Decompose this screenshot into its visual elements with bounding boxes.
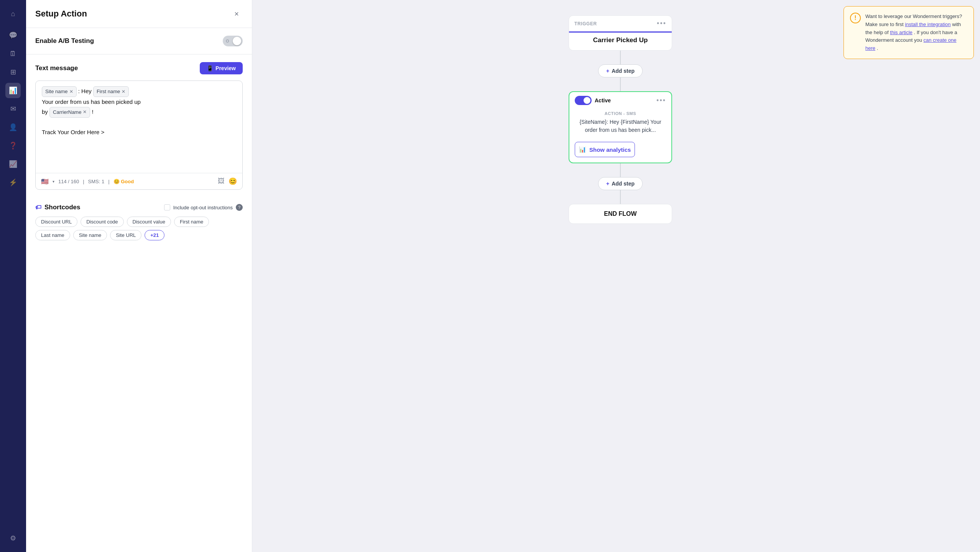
footer-icons: 🖼 😊 — [218, 177, 237, 186]
close-button[interactable]: × — [230, 8, 243, 20]
sidebar-icon-chat[interactable]: 💬 — [5, 28, 21, 43]
modal-header: Setup Action × — [26, 0, 252, 28]
warning-icon: ! — [850, 13, 861, 23]
flow-canvas: TRIGGER ••• Carrier Picked Up + Add step… — [261, 0, 980, 552]
preview-button[interactable]: 📱 Preview — [200, 62, 243, 74]
shortcodes-section: 🏷 Shortcodes Include opt-out instruction… — [26, 197, 252, 248]
sentiment-badge: 😊 Good — [113, 179, 134, 184]
site-name-tag[interactable]: Site name ✕ — [42, 86, 77, 97]
connector-1 — [620, 51, 621, 64]
message-content[interactable]: Site name ✕ : Hey First name ✕ Your orde… — [36, 81, 242, 173]
show-analytics-button[interactable]: 📊 Show analytics — [575, 142, 635, 157]
warning-banner: ! Want to leverage our Wonderment trigge… — [844, 6, 974, 59]
active-label: Active — [595, 97, 611, 104]
separator2: | — [108, 179, 109, 184]
toggle-knob — [233, 37, 241, 45]
sidebar-icon-bolt[interactable]: ⚡ — [5, 175, 21, 190]
sms-count: SMS: 1 — [88, 179, 105, 184]
emoji-icon[interactable]: 😊 — [229, 177, 237, 186]
analytics-btn-icon: 📊 — [579, 146, 586, 153]
opt-out-checkbox[interactable] — [164, 204, 170, 210]
message-line2: Your order from us has been picked up — [42, 99, 141, 105]
shortcode-discount-value[interactable]: Discount value — [127, 217, 171, 227]
sidebar-icon-home[interactable]: ⌂ — [5, 6, 21, 21]
sidebar-icon-calendar[interactable]: 🗓 — [5, 46, 21, 61]
message-line3-pre: by — [42, 108, 49, 115]
add-step-label-1: Add step — [612, 68, 635, 74]
separator1: | — [83, 179, 84, 184]
shortcode-site-url[interactable]: Site URL — [110, 230, 141, 240]
shortcode-last-name[interactable]: Last name — [35, 230, 70, 240]
warning-text-end: . — [877, 45, 878, 51]
end-flow-label: END FLOW — [604, 210, 636, 217]
shortcode-discount-url[interactable]: Discount URL — [35, 217, 77, 227]
site-name-remove[interactable]: ✕ — [69, 88, 73, 95]
first-name-remove[interactable]: ✕ — [122, 88, 125, 95]
trigger-node: TRIGGER ••• Carrier Picked Up — [569, 15, 672, 51]
setup-action-modal: Setup Action × Enable A/B Testing O Text… — [26, 0, 252, 552]
message-line3-post: ! — [92, 108, 94, 115]
connector-4 — [620, 190, 621, 204]
trigger-dots-menu[interactable]: ••• — [657, 20, 666, 28]
action-preview-text: {SiteName}: Hey {FirstName} Your order f… — [569, 118, 671, 139]
sidebar-icon-help[interactable]: ❓ — [5, 138, 21, 153]
action-node: Active ••• ACTION - SMS {SiteName}: Hey … — [569, 91, 672, 163]
ab-testing-toggle[interactable]: O — [223, 36, 243, 46]
add-step-label-2: Add step — [612, 181, 635, 187]
connector-2 — [620, 77, 621, 91]
sidebar-icon-settings[interactable]: ⚙ — [5, 531, 21, 546]
action-dots-menu[interactable]: ••• — [656, 97, 666, 105]
track-order-text: Track Your Order Here > — [42, 129, 104, 135]
active-toggle-knob — [584, 97, 590, 104]
sidebar-icon-analytics[interactable]: 📊 — [5, 83, 21, 98]
text-message-title: Text message — [35, 64, 78, 72]
preview-label: Preview — [215, 65, 236, 71]
shortcodes-icon: 🏷 — [35, 204, 41, 211]
connector-3 — [620, 163, 621, 177]
shortcode-first-name[interactable]: First name — [174, 217, 209, 227]
shortcodes-header: 🏷 Shortcodes Include opt-out instruction… — [35, 204, 243, 211]
modal-title: Setup Action — [35, 9, 87, 19]
this-article-link[interactable]: this article — [890, 30, 913, 35]
image-icon[interactable]: 🖼 — [218, 177, 225, 186]
sidebar-icon-grid[interactable]: ⊞ — [5, 64, 21, 80]
help-circle-icon[interactable]: ? — [236, 204, 243, 211]
shortcodes-label: Shortcodes — [44, 204, 81, 211]
end-flow-node: END FLOW — [569, 204, 672, 224]
carrier-name-remove[interactable]: ✕ — [83, 108, 87, 116]
main-canvas: ! Want to leverage our Wonderment trigge… — [261, 0, 980, 552]
carrier-name-tag[interactable]: CarrierName ✕ — [49, 107, 90, 118]
shortcode-tags-container: Discount URL Discount code Discount valu… — [35, 217, 243, 240]
trigger-label: TRIGGER — [574, 21, 597, 26]
sidebar-icon-chart[interactable]: 📈 — [5, 156, 21, 172]
ab-testing-row: Enable A/B Testing O — [26, 28, 252, 54]
first-name-tag[interactable]: First name ✕ — [93, 86, 129, 97]
trigger-node-header: TRIGGER ••• — [569, 16, 672, 31]
shortcode-site-name[interactable]: Site name — [73, 230, 107, 240]
text-message-section: Text message 📱 Preview Site name ✕ : Hey… — [26, 54, 252, 197]
section-header: Text message 📱 Preview — [35, 62, 243, 74]
preview-icon: 📱 — [207, 65, 213, 71]
active-toggle-row: Active — [575, 96, 611, 105]
trigger-title: Carrier Picked Up — [569, 33, 672, 50]
shortcodes-title: 🏷 Shortcodes — [35, 204, 81, 211]
message-footer: 🇺🇸 ▾ 114 / 160 | SMS: 1 | 😊 Good 🖼 😊 — [36, 173, 242, 189]
plus-icon-2: + — [606, 181, 609, 187]
opt-out-label: Include opt-out instructions — [173, 205, 233, 210]
action-type-label: ACTION - SMS — [569, 109, 671, 118]
message-editor: Site name ✕ : Hey First name ✕ Your orde… — [35, 80, 243, 190]
flag-icon: 🇺🇸 — [41, 178, 49, 185]
more-shortcodes-button[interactable]: +21 — [145, 230, 164, 240]
action-header: Active ••• — [569, 92, 671, 109]
sidebar-icon-message[interactable]: ✉ — [5, 101, 21, 117]
add-step-button-1[interactable]: + Add step — [598, 64, 643, 77]
toggle-off-label: O — [226, 39, 229, 43]
install-integration-link[interactable]: install the integration — [905, 21, 950, 27]
dropdown-arrow[interactable]: ▾ — [53, 179, 54, 184]
active-toggle[interactable] — [575, 96, 592, 105]
plus-icon-1: + — [606, 68, 609, 74]
sidebar-icon-person[interactable]: 👤 — [5, 120, 21, 135]
shortcode-discount-code[interactable]: Discount code — [81, 217, 123, 227]
ab-testing-label: Enable A/B Testing — [35, 37, 94, 45]
add-step-button-2[interactable]: + Add step — [598, 177, 643, 190]
